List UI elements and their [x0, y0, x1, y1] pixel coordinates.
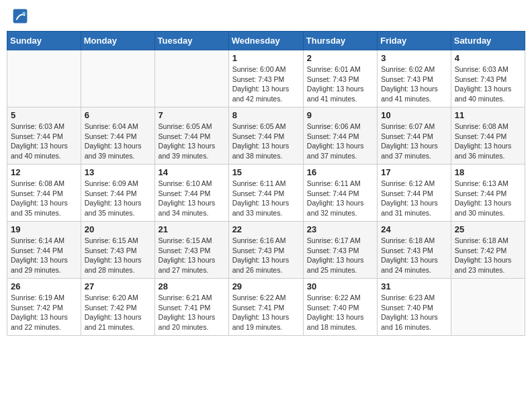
day-info: Sunrise: 6:11 AM Sunset: 7:44 PM Dayligh…	[307, 179, 373, 218]
calendar-cell: 9Sunrise: 6:06 AM Sunset: 7:44 PM Daylig…	[303, 107, 377, 165]
day-info: Sunrise: 6:09 AM Sunset: 7:44 PM Dayligh…	[85, 179, 151, 218]
calendar-cell: 22Sunrise: 6:16 AM Sunset: 7:43 PM Dayli…	[228, 222, 303, 279]
day-info: Sunrise: 6:22 AM Sunset: 7:41 PM Dayligh…	[232, 293, 300, 332]
day-number: 21	[159, 224, 225, 234]
day-info: Sunrise: 6:15 AM Sunset: 7:43 PM Dayligh…	[85, 236, 151, 275]
calendar-cell: 31Sunrise: 6:23 AM Sunset: 7:40 PM Dayli…	[378, 279, 451, 336]
day-info: Sunrise: 6:22 AM Sunset: 7:40 PM Dayligh…	[307, 293, 373, 332]
calendar-week-row: 26Sunrise: 6:19 AM Sunset: 7:42 PM Dayli…	[7, 279, 525, 336]
day-number: 9	[307, 110, 373, 120]
weekday-header-tuesday: Tuesday	[154, 32, 228, 50]
calendar-week-row: 12Sunrise: 6:08 AM Sunset: 7:44 PM Dayli…	[7, 165, 525, 222]
day-info: Sunrise: 6:01 AM Sunset: 7:43 PM Dayligh…	[307, 64, 373, 104]
calendar-cell: 8Sunrise: 6:05 AM Sunset: 7:44 PM Daylig…	[228, 107, 303, 165]
calendar-week-row: 19Sunrise: 6:14 AM Sunset: 7:44 PM Dayli…	[7, 222, 525, 279]
weekday-header-monday: Monday	[81, 32, 154, 50]
weekday-header-sunday: Sunday	[7, 32, 81, 50]
calendar-cell: 19Sunrise: 6:14 AM Sunset: 7:44 PM Dayli…	[7, 222, 81, 279]
calendar-cell: 5Sunrise: 6:03 AM Sunset: 7:44 PM Daylig…	[7, 107, 81, 165]
calendar-cell: 21Sunrise: 6:15 AM Sunset: 7:43 PM Dayli…	[154, 222, 228, 279]
svg-point-1	[22, 12, 26, 15]
calendar-cell: 18Sunrise: 6:13 AM Sunset: 7:44 PM Dayli…	[451, 165, 525, 222]
day-number: 25	[455, 224, 521, 234]
day-number: 4	[455, 53, 521, 63]
logo-icon	[12, 8, 28, 24]
day-info: Sunrise: 6:18 AM Sunset: 7:43 PM Dayligh…	[381, 236, 447, 275]
calendar-cell: 7Sunrise: 6:05 AM Sunset: 7:44 PM Daylig…	[154, 107, 228, 165]
day-number: 2	[307, 53, 373, 63]
calendar-cell: 12Sunrise: 6:08 AM Sunset: 7:44 PM Dayli…	[7, 165, 81, 222]
calendar-cell: 14Sunrise: 6:10 AM Sunset: 7:44 PM Dayli…	[154, 165, 228, 222]
day-number: 26	[11, 281, 77, 291]
day-info: Sunrise: 6:04 AM Sunset: 7:44 PM Dayligh…	[85, 122, 151, 161]
calendar-cell: 11Sunrise: 6:08 AM Sunset: 7:44 PM Dayli…	[451, 107, 525, 165]
day-number: 6	[85, 110, 151, 120]
calendar-cell: 20Sunrise: 6:15 AM Sunset: 7:43 PM Dayli…	[81, 222, 154, 279]
day-number: 31	[381, 281, 447, 291]
calendar-cell: 13Sunrise: 6:09 AM Sunset: 7:44 PM Dayli…	[81, 165, 154, 222]
day-info: Sunrise: 6:15 AM Sunset: 7:43 PM Dayligh…	[159, 236, 225, 275]
day-number: 17	[381, 167, 447, 177]
day-number: 10	[381, 110, 447, 120]
calendar-cell	[154, 50, 228, 107]
day-info: Sunrise: 6:05 AM Sunset: 7:44 PM Dayligh…	[232, 122, 300, 161]
weekday-header-friday: Friday	[378, 32, 451, 50]
calendar-cell: 29Sunrise: 6:22 AM Sunset: 7:41 PM Dayli…	[228, 279, 303, 336]
svg-rect-0	[13, 9, 28, 24]
day-number: 15	[232, 167, 300, 177]
day-number: 23	[307, 224, 373, 234]
day-info: Sunrise: 6:08 AM Sunset: 7:44 PM Dayligh…	[455, 122, 521, 161]
day-info: Sunrise: 6:10 AM Sunset: 7:44 PM Dayligh…	[159, 179, 225, 218]
weekday-header-thursday: Thursday	[303, 32, 377, 50]
calendar-cell: 25Sunrise: 6:18 AM Sunset: 7:42 PM Dayli…	[451, 222, 525, 279]
weekday-header-row: SundayMondayTuesdayWednesdayThursdayFrid…	[7, 32, 525, 50]
calendar-cell: 16Sunrise: 6:11 AM Sunset: 7:44 PM Dayli…	[303, 165, 377, 222]
calendar-cell: 27Sunrise: 6:20 AM Sunset: 7:42 PM Dayli…	[81, 279, 154, 336]
day-number: 19	[11, 224, 77, 234]
day-info: Sunrise: 6:21 AM Sunset: 7:41 PM Dayligh…	[159, 293, 225, 332]
calendar-cell: 17Sunrise: 6:12 AM Sunset: 7:44 PM Dayli…	[378, 165, 451, 222]
day-info: Sunrise: 6:03 AM Sunset: 7:43 PM Dayligh…	[455, 64, 521, 104]
day-number: 18	[455, 167, 521, 177]
calendar-cell: 26Sunrise: 6:19 AM Sunset: 7:42 PM Dayli…	[7, 279, 81, 336]
day-info: Sunrise: 6:03 AM Sunset: 7:44 PM Dayligh…	[11, 122, 77, 161]
day-info: Sunrise: 6:11 AM Sunset: 7:44 PM Dayligh…	[232, 179, 300, 218]
day-info: Sunrise: 6:00 AM Sunset: 7:43 PM Dayligh…	[232, 64, 300, 104]
day-number: 12	[11, 167, 77, 177]
calendar-cell: 1Sunrise: 6:00 AM Sunset: 7:43 PM Daylig…	[228, 50, 303, 107]
day-info: Sunrise: 6:08 AM Sunset: 7:44 PM Dayligh…	[11, 179, 77, 218]
day-number: 22	[232, 224, 300, 234]
weekday-header-wednesday: Wednesday	[228, 32, 303, 50]
calendar-week-row: 1Sunrise: 6:00 AM Sunset: 7:43 PM Daylig…	[7, 50, 525, 107]
day-info: Sunrise: 6:14 AM Sunset: 7:44 PM Dayligh…	[11, 236, 77, 275]
calendar-cell: 15Sunrise: 6:11 AM Sunset: 7:44 PM Dayli…	[228, 165, 303, 222]
calendar-cell	[81, 50, 154, 107]
day-info: Sunrise: 6:05 AM Sunset: 7:44 PM Dayligh…	[159, 122, 225, 161]
calendar-cell: 30Sunrise: 6:22 AM Sunset: 7:40 PM Dayli…	[303, 279, 377, 336]
day-number: 16	[307, 167, 373, 177]
calendar-cell: 4Sunrise: 6:03 AM Sunset: 7:43 PM Daylig…	[451, 50, 525, 107]
day-info: Sunrise: 6:13 AM Sunset: 7:44 PM Dayligh…	[455, 179, 521, 218]
calendar-cell: 2Sunrise: 6:01 AM Sunset: 7:43 PM Daylig…	[303, 50, 377, 107]
weekday-header-saturday: Saturday	[451, 32, 525, 50]
day-info: Sunrise: 6:20 AM Sunset: 7:42 PM Dayligh…	[85, 293, 151, 332]
calendar-cell: 3Sunrise: 6:02 AM Sunset: 7:43 PM Daylig…	[378, 50, 451, 107]
calendar-cell	[451, 279, 525, 336]
day-info: Sunrise: 6:06 AM Sunset: 7:44 PM Dayligh…	[307, 122, 373, 161]
day-info: Sunrise: 6:18 AM Sunset: 7:42 PM Dayligh…	[455, 236, 521, 275]
day-number: 27	[85, 281, 151, 291]
calendar-cell: 6Sunrise: 6:04 AM Sunset: 7:44 PM Daylig…	[81, 107, 154, 165]
day-number: 7	[159, 110, 225, 120]
calendar-cell: 24Sunrise: 6:18 AM Sunset: 7:43 PM Dayli…	[378, 222, 451, 279]
calendar-cell: 23Sunrise: 6:17 AM Sunset: 7:43 PM Dayli…	[303, 222, 377, 279]
day-number: 24	[381, 224, 447, 234]
day-number: 29	[232, 281, 300, 291]
calendar-table: SundayMondayTuesdayWednesdayThursdayFrid…	[7, 31, 525, 336]
day-number: 13	[85, 167, 151, 177]
calendar-cell: 28Sunrise: 6:21 AM Sunset: 7:41 PM Dayli…	[154, 279, 228, 336]
day-info: Sunrise: 6:07 AM Sunset: 7:44 PM Dayligh…	[381, 122, 447, 161]
day-number: 30	[307, 281, 373, 291]
day-number: 14	[159, 167, 225, 177]
day-number: 11	[455, 110, 521, 120]
logo	[12, 9, 30, 24]
